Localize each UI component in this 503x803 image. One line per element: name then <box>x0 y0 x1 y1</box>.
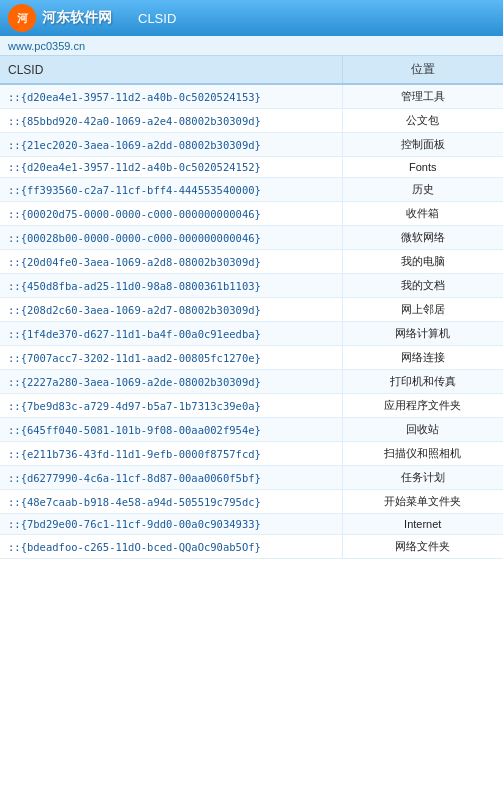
col-header-location: 位置 <box>342 56 503 84</box>
cell-clsid: ::{00028b00-0000-0000-c000-000000000046} <box>0 226 342 250</box>
table-row: ::{7bd29e00-76c1-11cf-9dd0-00a0c9034933}… <box>0 514 503 535</box>
cell-clsid: ::{20d04fe0-3aea-1069-a2d8-08002b30309d} <box>0 250 342 274</box>
table-row: ::{7007acc7-3202-11d1-aad2-00805fc1270e}… <box>0 346 503 370</box>
table-row: ::{00020d75-0000-0000-c000-000000000046}… <box>0 202 503 226</box>
table-row: ::{00028b00-0000-0000-c000-000000000046}… <box>0 226 503 250</box>
cell-location: 网上邻居 <box>342 298 503 322</box>
table-row: ::{d20ea4e1-3957-11d2-a40b-0c5020524152}… <box>0 157 503 178</box>
col-header-clsid: CLSID <box>0 56 342 84</box>
cell-location: 网络计算机 <box>342 322 503 346</box>
cell-clsid: ::{bdeadfoo-c265-11dO-bced-QQaOc90ab5Of} <box>0 535 342 559</box>
cell-location: 应用程序文件夹 <box>342 394 503 418</box>
clsid-header-label: CLSID <box>138 11 176 26</box>
cell-clsid: ::{645ff040-5081-101b-9f08-00aa002f954e} <box>0 418 342 442</box>
cell-clsid: ::{208d2c60-3aea-1069-a2d7-08002b30309d} <box>0 298 342 322</box>
table-row: ::{1f4de370-d627-11d1-ba4f-00a0c91eedba}… <box>0 322 503 346</box>
cell-location: 管理工具 <box>342 84 503 109</box>
cell-clsid: ::{2227a280-3aea-1069-a2de-08002b30309d} <box>0 370 342 394</box>
cell-location: 历史 <box>342 178 503 202</box>
cell-clsid: ::{ff393560-c2a7-11cf-bff4-444553540000} <box>0 178 342 202</box>
cell-location: 我的电脑 <box>342 250 503 274</box>
logo: 河 <box>8 4 36 32</box>
cell-location: 网络连接 <box>342 346 503 370</box>
table-row: ::{2227a280-3aea-1069-a2de-08002b30309d}… <box>0 370 503 394</box>
cell-clsid: ::{85bbd920-42a0-1069-a2e4-08002b30309d} <box>0 109 342 133</box>
cell-location: 网络文件夹 <box>342 535 503 559</box>
table-row: ::{ff393560-c2a7-11cf-bff4-444553540000}… <box>0 178 503 202</box>
table-row: ::{d6277990-4c6a-11cf-8d87-00aa0060f5bf}… <box>0 466 503 490</box>
cell-clsid: ::{d20ea4e1-3957-11d2-a40b-0c5020524152} <box>0 157 342 178</box>
svg-text:河: 河 <box>17 12 29 24</box>
cell-location: Fonts <box>342 157 503 178</box>
table-header-row: CLSID 位置 <box>0 56 503 84</box>
cell-location: 任务计划 <box>342 466 503 490</box>
cell-clsid: ::{7007acc7-3202-11d1-aad2-00805fc1270e} <box>0 346 342 370</box>
table-body: ::{d20ea4e1-3957-11d2-a40b-0c5020524153}… <box>0 84 503 559</box>
cell-clsid: ::{7bd29e00-76c1-11cf-9dd0-00a0c9034933} <box>0 514 342 535</box>
table-row: ::{21ec2020-3aea-1069-a2dd-08002b30309d}… <box>0 133 503 157</box>
table-row: ::{48e7caab-b918-4e58-a94d-505519c795dc}… <box>0 490 503 514</box>
cell-location: 公文包 <box>342 109 503 133</box>
cell-clsid: ::{e211b736-43fd-11d1-9efb-0000f8757fcd} <box>0 442 342 466</box>
cell-location: 我的文档 <box>342 274 503 298</box>
clsid-table-container: CLSID 位置 ::{d20ea4e1-3957-11d2-a40b-0c50… <box>0 56 503 559</box>
cell-location: 打印机和传真 <box>342 370 503 394</box>
table-row: ::{450d8fba-ad25-11d0-98a8-0800361b1103}… <box>0 274 503 298</box>
cell-location: 扫描仪和照相机 <box>342 442 503 466</box>
cell-clsid: ::{450d8fba-ad25-11d0-98a8-0800361b1103} <box>0 274 342 298</box>
website-url: www.pc0359.cn <box>8 40 85 52</box>
cell-location: 回收站 <box>342 418 503 442</box>
cell-location: Internet <box>342 514 503 535</box>
header-bar: 河 河东软件网 CLSID <box>0 0 503 36</box>
cell-clsid: ::{48e7caab-b918-4e58-a94d-505519c795dc} <box>0 490 342 514</box>
cell-location: 收件箱 <box>342 202 503 226</box>
cell-location: 控制面板 <box>342 133 503 157</box>
clsid-table: CLSID 位置 ::{d20ea4e1-3957-11d2-a40b-0c50… <box>0 56 503 559</box>
table-row: ::{20d04fe0-3aea-1069-a2d8-08002b30309d}… <box>0 250 503 274</box>
cell-location: 开始菜单文件夹 <box>342 490 503 514</box>
table-row: ::{85bbd920-42a0-1069-a2e4-08002b30309d}… <box>0 109 503 133</box>
cell-clsid: ::{00020d75-0000-0000-c000-000000000046} <box>0 202 342 226</box>
cell-clsid: ::{d20ea4e1-3957-11d2-a40b-0c5020524153} <box>0 84 342 109</box>
cell-clsid: ::{21ec2020-3aea-1069-a2dd-08002b30309d} <box>0 133 342 157</box>
table-row: ::{e211b736-43fd-11d1-9efb-0000f8757fcd}… <box>0 442 503 466</box>
table-row: ::{645ff040-5081-101b-9f08-00aa002f954e}… <box>0 418 503 442</box>
website-bar: www.pc0359.cn <box>0 36 503 56</box>
table-row: ::{bdeadfoo-c265-11dO-bced-QQaOc90ab5Of}… <box>0 535 503 559</box>
cell-clsid: ::{1f4de370-d627-11d1-ba4f-00a0c91eedba} <box>0 322 342 346</box>
table-row: ::{7be9d83c-a729-4d97-b5a7-1b7313c39e0a}… <box>0 394 503 418</box>
site-title: 河东软件网 <box>42 9 112 27</box>
table-row: ::{208d2c60-3aea-1069-a2d7-08002b30309d}… <box>0 298 503 322</box>
cell-clsid: ::{d6277990-4c6a-11cf-8d87-00aa0060f5bf} <box>0 466 342 490</box>
cell-location: 微软网络 <box>342 226 503 250</box>
table-row: ::{d20ea4e1-3957-11d2-a40b-0c5020524153}… <box>0 84 503 109</box>
cell-clsid: ::{7be9d83c-a729-4d97-b5a7-1b7313c39e0a} <box>0 394 342 418</box>
